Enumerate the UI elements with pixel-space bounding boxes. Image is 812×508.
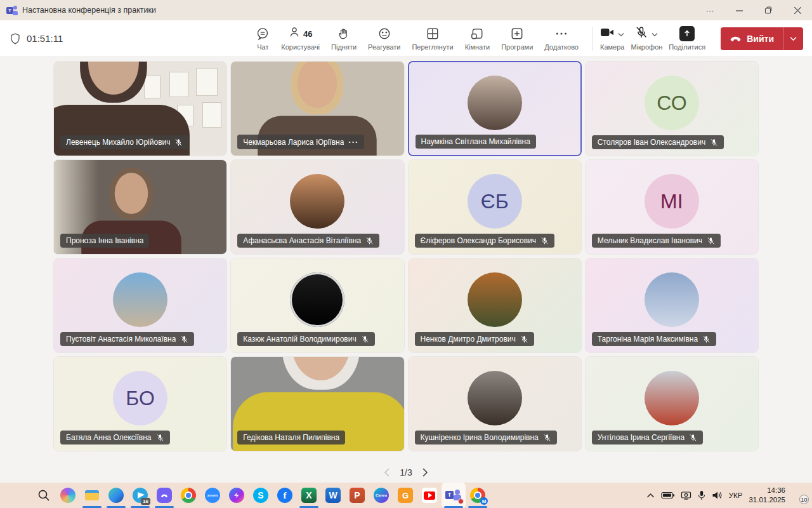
participant-tile[interactable]: Кушніренко Ірина Володимирівна ··· xyxy=(408,356,582,451)
microphone-dropdown-chevron[interactable] xyxy=(652,28,658,39)
view-button[interactable]: Переглянути xyxy=(406,23,459,53)
share-button[interactable]: Поділитися xyxy=(669,26,705,51)
taskbar-messenger-button[interactable] xyxy=(225,483,249,508)
apps-button[interactable]: Програми xyxy=(495,23,539,53)
taskbar-viber-button[interactable] xyxy=(152,483,176,508)
meeting-timer: 01:51:11 xyxy=(27,33,63,44)
participant-nameplate: Наумкіна Світлана Михайлівна ··· xyxy=(416,135,536,149)
taskbar-chrome-button[interactable] xyxy=(176,483,200,508)
mic-muted-icon xyxy=(707,237,715,245)
taskbar-chrome-profile-button[interactable]: M xyxy=(466,483,490,508)
language-indicator[interactable]: УКР xyxy=(729,491,743,499)
prev-page-button[interactable] xyxy=(384,468,390,477)
mic-muted-icon xyxy=(156,434,164,442)
tray-chevron-up-icon[interactable] xyxy=(646,493,655,498)
camera-button[interactable]: Камера xyxy=(600,26,624,51)
participant-nameplate: Батяла Анна Олексіївна ··· xyxy=(60,431,170,444)
leave-button[interactable]: Вийти xyxy=(721,27,803,50)
taskbar-telegram-button[interactable]: 16 xyxy=(128,483,152,508)
taskbar-file-explorer-button[interactable] xyxy=(80,483,104,508)
taskbar-facebook-button[interactable]: f xyxy=(273,483,297,508)
clock[interactable]: 14:36 31.01.2025 xyxy=(749,486,785,505)
participant-tile[interactable]: ЄБ Єліферов Олександр Борисович ··· xyxy=(408,159,582,255)
more-button[interactable]: Додатково xyxy=(539,23,584,53)
zoom-icon: zoom xyxy=(205,488,220,503)
participant-tile[interactable]: Пустовіт Анастасія Миколаївна ··· xyxy=(53,258,227,353)
participant-avatar: БО xyxy=(113,371,167,425)
participant-tile[interactable]: Казюк Анатолій Володимирович ··· xyxy=(230,258,404,353)
chat-button[interactable]: Чат xyxy=(250,23,275,53)
start-button[interactable] xyxy=(8,483,32,508)
participant-tile[interactable]: СО Столяров Іван Олександрович ··· xyxy=(585,61,759,156)
participant-tile[interactable]: Гедікова Наталя Пилипівна ··· xyxy=(230,356,404,451)
participant-tile[interactable]: Таргоніна Марія Максимівна ··· xyxy=(585,258,759,353)
participant-avatar xyxy=(290,174,344,229)
participant-name: Гедікова Наталя Пилипівна xyxy=(243,433,339,442)
g-pdf-icon: G xyxy=(398,488,413,503)
window-minimize-button[interactable] xyxy=(724,0,754,20)
participant-avatar: СО xyxy=(645,76,699,130)
taskbar-copilot-button[interactable] xyxy=(56,483,80,508)
tray-time: 14:36 xyxy=(767,486,785,494)
participant-avatar xyxy=(645,371,699,425)
taskbar-edge-button[interactable] xyxy=(104,483,128,508)
react-button[interactable]: Реагувати xyxy=(362,23,406,53)
screen-cast-icon[interactable] xyxy=(681,491,691,500)
taskbar-canva-button[interactable]: Canva xyxy=(369,483,393,508)
window-more-button[interactable]: ··· xyxy=(695,0,724,20)
participant-tile[interactable]: Унтілова Ірина Сергіївна ··· xyxy=(585,356,759,451)
window-maximize-button[interactable] xyxy=(754,0,783,20)
participant-name: Унтілова Ірина Сергіївна xyxy=(598,433,684,442)
view-icon xyxy=(426,26,440,41)
microphone-muted-icon xyxy=(635,26,648,41)
participants-button[interactable]: 46 Користувачі xyxy=(275,23,325,53)
participant-tile[interactable]: Левенець Михайло Юрійович ··· xyxy=(53,61,227,156)
telegram-badge: 16 xyxy=(141,498,150,505)
taskbar-search-button[interactable] xyxy=(32,483,56,508)
participant-nameplate: Пустовіт Анастасія Миколаївна ··· xyxy=(60,332,194,346)
window-close-button[interactable] xyxy=(783,0,812,20)
toolbar-divider xyxy=(592,27,593,51)
chrome-icon xyxy=(181,488,196,503)
raise-hand-button[interactable]: Підняти xyxy=(325,23,362,53)
participant-name: Мельник Владислав Іванович xyxy=(598,236,702,245)
taskbar-teams-button[interactable]: T xyxy=(442,483,466,508)
participant-name: Казюк Анатолій Володимирович xyxy=(243,335,356,344)
microphone-button[interactable]: Мікрофон xyxy=(631,26,662,51)
taskbar-word-button[interactable]: W xyxy=(321,483,345,508)
battery-icon[interactable] xyxy=(661,491,674,499)
more-icon xyxy=(554,26,568,41)
participant-tile[interactable]: Проноза Інна Іванівна ··· xyxy=(53,159,227,255)
speaker-icon[interactable] xyxy=(712,491,723,500)
taskbar-zoom-button[interactable]: zoom xyxy=(200,483,225,508)
copilot-icon xyxy=(60,488,75,503)
participant-name: Левенець Михайло Юрійович xyxy=(66,138,170,147)
taskbar-powerpoint-button[interactable]: P xyxy=(345,483,369,508)
excel-icon: X xyxy=(301,488,317,503)
taskbar-excel-button[interactable]: X xyxy=(297,483,321,508)
teams-notification-dot xyxy=(458,498,464,504)
participant-tile[interactable]: Чекмарьова Лариса Юріївна ··· xyxy=(230,61,404,156)
rooms-button[interactable]: Кімнати xyxy=(459,23,496,53)
participants-count: 46 xyxy=(303,29,312,39)
participant-name: Проноза Інна Іванівна xyxy=(66,236,143,245)
notification-center-button[interactable]: 10 xyxy=(792,488,806,502)
edge-icon xyxy=(108,488,124,503)
camera-dropdown-chevron[interactable] xyxy=(618,28,624,39)
participant-tile[interactable]: Афанасьєва Анастасія Віталіївна ··· xyxy=(230,159,404,255)
participant-tile[interactable]: МІ Мельник Владислав Іванович ··· xyxy=(585,159,759,255)
participant-tile[interactable]: БО Батяла Анна Олексіївна ··· xyxy=(53,356,227,451)
tray-microphone-icon[interactable] xyxy=(698,490,705,500)
participant-tile[interactable]: Ненков Дмитро Дмитрович ··· xyxy=(408,258,582,353)
taskbar-gpdf-button[interactable]: G xyxy=(393,483,417,508)
taskbar-youtube-button[interactable] xyxy=(417,483,442,508)
participant-more-icon[interactable]: ··· xyxy=(348,137,358,147)
participant-nameplate: Казюк Анатолій Володимирович ··· xyxy=(237,332,374,346)
next-page-button[interactable] xyxy=(422,468,428,477)
mic-muted-icon xyxy=(180,335,188,344)
mic-muted-icon xyxy=(520,335,528,344)
taskbar-skype-button[interactable]: S xyxy=(249,483,273,508)
participant-tile[interactable]: Наумкіна Світлана Михайлівна ··· xyxy=(408,61,582,156)
leave-dropdown-chevron[interactable] xyxy=(783,27,803,50)
mic-muted-icon xyxy=(174,138,183,147)
